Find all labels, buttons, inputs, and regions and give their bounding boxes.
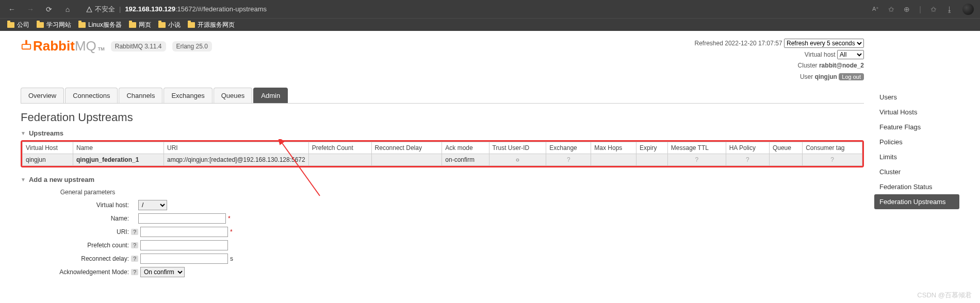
help-icon[interactable]: ? — [131, 269, 138, 275]
th-queue: Queue — [769, 142, 802, 154]
sidebar-item-cluster[interactable]: Cluster — [874, 164, 959, 179]
sidebar-item-federation-status[interactable]: Federation Status — [874, 179, 959, 194]
prefetch-input[interactable] — [140, 240, 228, 250]
address-bar[interactable]: 不安全 | 192.168.130.129:15672/#/federation… — [86, 5, 267, 14]
browser-toolbar: ← → ⟳ ⌂ 不安全 | 192.168.130.129:15672/#/fe… — [0, 0, 980, 18]
th-exchange: Exchange — [546, 142, 591, 154]
profile-avatar[interactable] — [962, 4, 974, 15]
downloads-icon[interactable]: ⭳ — [946, 5, 953, 13]
bookmark-item[interactable]: 学习网站 — [37, 21, 71, 29]
bookmark-item[interactable]: 开源服务网页 — [188, 21, 235, 29]
rabbit-icon — [21, 39, 32, 50]
sidebar-item-federation-upstreams[interactable]: Federation Upstreams — [874, 194, 959, 209]
label-uri: URI: — [21, 228, 129, 235]
refresh-button[interactable]: ⟳ — [43, 4, 55, 15]
watermark: CSDN @百慕倾君 — [917, 291, 972, 300]
upstreams-table-highlight: Virtual Host Name URI Prefetch Count Rec… — [21, 140, 864, 167]
th-trust: Trust User-ID — [489, 142, 546, 154]
th-ack: Ack mode — [442, 142, 489, 154]
required-marker: * — [230, 228, 233, 235]
status-block: Refreshed 2022-12-20 17:07:57 Refresh ev… — [695, 38, 864, 82]
section-upstreams-header[interactable]: ▼ Upstreams — [21, 129, 864, 137]
help-icon[interactable]: ? — [131, 229, 138, 235]
vhost-label: Virtual host — [805, 51, 836, 58]
table-row[interactable]: qingjun qingjun_federation_1 amqp://qing… — [23, 154, 862, 166]
th-ttl: Message TTL — [667, 142, 726, 154]
tab-overview[interactable]: Overview — [21, 88, 64, 103]
help-icon[interactable]: ? — [131, 256, 138, 262]
cell-name: qingjun_federation_1 — [73, 154, 164, 166]
section-upstreams-label: Upstreams — [29, 129, 63, 137]
cell-expiry — [636, 154, 668, 166]
favorite-icon[interactable]: ✩ — [888, 5, 894, 13]
vhost-select[interactable]: All — [837, 50, 864, 59]
back-button[interactable]: ← — [6, 4, 18, 15]
bookmark-item[interactable]: 小说 — [158, 21, 181, 29]
ackmode-input[interactable]: On confirm — [140, 267, 185, 277]
sidebar-item-users[interactable]: Users — [874, 90, 959, 105]
section-add-label: Add a new upstream — [29, 176, 94, 183]
vhost-input[interactable]: / — [138, 200, 167, 210]
insecure-warning: 不安全 — [86, 5, 115, 14]
folder-icon — [37, 22, 44, 28]
cell-vhost: qingjun — [23, 154, 73, 166]
bookmark-item[interactable]: 公司 — [7, 21, 29, 29]
cell-ack: on-confirm — [442, 154, 489, 166]
cluster-value: rabbit@node_2 — [819, 62, 864, 69]
section-add-header[interactable]: ▼ Add a new upstream — [21, 176, 864, 183]
bookmarks-bar: 公司 学习网站 Linux服务器 网页 小说 开源服务网页 — [0, 18, 980, 31]
extensions-icon[interactable]: ⊕ — [904, 5, 910, 13]
rabbitmq-logo[interactable]: RabbitMQTM — [21, 38, 105, 54]
sidebar-item-vhosts[interactable]: Virtual Hosts — [874, 105, 959, 120]
th-vhost: Virtual Host — [23, 142, 73, 154]
version-badge: RabbitMQ 3.11.4 — [111, 41, 166, 52]
cell-maxhops — [591, 154, 636, 166]
collections-icon[interactable]: ✩ — [930, 5, 937, 13]
tab-channels[interactable]: Channels — [119, 88, 162, 103]
help-icon[interactable]: ? — [131, 242, 138, 248]
th-name: Name — [73, 142, 164, 154]
name-input[interactable] — [138, 213, 226, 224]
general-params-title: General parameters — [21, 189, 155, 196]
cluster-label: Cluster — [798, 62, 818, 69]
bookmark-item[interactable]: Linux服务器 — [78, 21, 122, 29]
add-upstream-form: General parameters Virtual host: / Name:… — [21, 189, 864, 277]
sidebar-item-feature-flags[interactable]: Feature Flags — [874, 120, 959, 134]
reconnect-input[interactable] — [140, 254, 228, 264]
th-prefetch: Prefetch Count — [308, 142, 371, 154]
refreshed-time: 2022-12-20 17:07:57 — [725, 40, 782, 47]
logo-block: RabbitMQTM RabbitMQ 3.11.4 Erlang 25.0 — [21, 38, 212, 54]
sidebar-item-limits[interactable]: Limits — [874, 149, 959, 164]
home-button[interactable]: ⌂ — [62, 4, 73, 15]
cell-reconnect — [371, 154, 442, 166]
main-tabs: Overview Connections Channels Exchanges … — [21, 88, 864, 104]
label-name: Name: — [21, 215, 129, 222]
tab-queues[interactable]: Queues — [214, 88, 253, 103]
cell-uri: amqp://qingjun:[redacted]@192.168.130.12… — [164, 154, 308, 166]
admin-sidebar: Users Virtual Hosts Feature Flags Polici… — [874, 31, 959, 280]
uri-input[interactable] — [140, 227, 228, 237]
tab-admin[interactable]: Admin — [253, 88, 288, 103]
logout-button[interactable]: Log out — [839, 73, 864, 80]
label-ackmode: Acknowledgement Mode: — [21, 268, 129, 276]
tab-connections[interactable]: Connections — [65, 88, 118, 103]
refresh-interval-select[interactable]: Refresh every 5 seconds — [784, 39, 864, 48]
bookmark-item[interactable]: 网页 — [129, 21, 151, 29]
cell-queue — [769, 154, 802, 166]
label-vhost: Virtual host: — [21, 201, 129, 209]
user-value: qingjun — [815, 73, 837, 80]
th-expiry: Expiry — [636, 142, 668, 154]
erlang-badge: Erlang 25.0 — [172, 41, 212, 52]
folder-icon — [188, 22, 195, 28]
folder-icon — [78, 22, 86, 28]
folder-icon — [129, 22, 136, 28]
tab-exchanges[interactable]: Exchanges — [164, 88, 212, 103]
user-label: User — [800, 73, 813, 80]
text-size-icon[interactable]: A⁺ — [872, 6, 879, 12]
sidebar-item-policies[interactable]: Policies — [874, 134, 959, 149]
forward-button[interactable]: → — [25, 4, 36, 15]
required-marker: * — [228, 215, 231, 222]
page-title: Federation Upstreams — [21, 111, 864, 124]
upstreams-table: Virtual Host Name URI Prefetch Count Rec… — [22, 142, 862, 166]
th-ha: HA Policy — [726, 142, 769, 154]
